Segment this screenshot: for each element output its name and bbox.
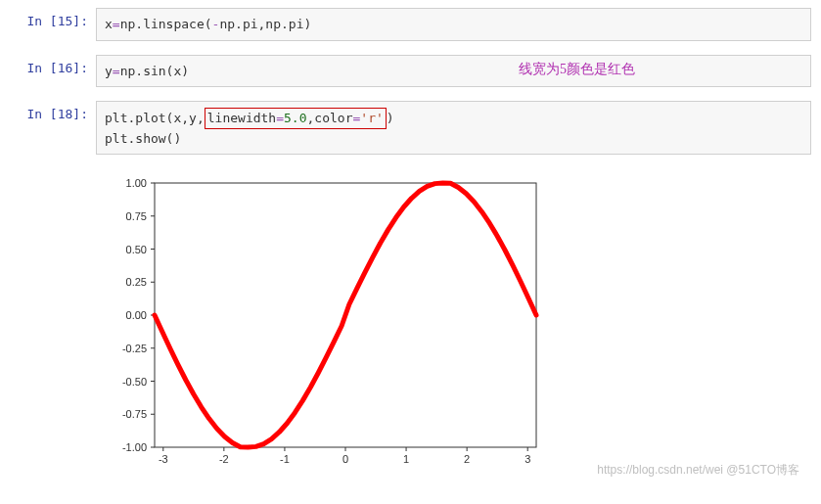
plot-output: -1.00-0.75-0.50-0.250.000.250.500.751.00… <box>96 168 811 484</box>
watermark-text: https://blog.csdn.net/wei @51CTO博客 <box>597 462 799 479</box>
annotation-label: 线宽为5颜色是红色 <box>519 61 635 78</box>
svg-text:-0.50: -0.50 <box>122 376 147 388</box>
code-input[interactable]: x=np.linspace(-np.pi,np.pi) <box>96 8 811 41</box>
svg-text:-2: -2 <box>219 453 229 465</box>
line-chart: -1.00-0.75-0.50-0.250.000.250.500.751.00… <box>96 168 556 481</box>
code-input[interactable]: y=np.sin(x) <box>96 55 811 88</box>
svg-text:2: 2 <box>464 453 470 465</box>
input-prompt: In [16]: <box>10 55 96 75</box>
prompt-label: In <box>26 107 42 121</box>
svg-text:0.00: 0.00 <box>126 309 147 321</box>
svg-text:-0.25: -0.25 <box>122 343 147 354</box>
prompt-number: [15]: <box>50 14 88 28</box>
code-input[interactable]: plt.plot(x,y,linewidth=5.0,color='r') pl… <box>96 101 811 155</box>
svg-text:1: 1 <box>403 453 409 465</box>
svg-text:-1: -1 <box>280 453 290 465</box>
input-prompt: In [18]: <box>10 101 96 121</box>
svg-text:0.50: 0.50 <box>126 244 147 255</box>
svg-text:-1.00: -1.00 <box>122 441 147 453</box>
prompt-number: [18]: <box>50 107 88 121</box>
svg-text:0.75: 0.75 <box>126 210 147 222</box>
code-cell: In [15]: x=np.linspace(-np.pi,np.pi) <box>10 8 811 41</box>
svg-text:-3: -3 <box>159 453 168 465</box>
svg-text:3: 3 <box>525 453 530 465</box>
prompt-label: In <box>26 14 42 28</box>
svg-text:0: 0 <box>342 453 348 465</box>
input-prompt: In [15]: <box>10 8 96 28</box>
svg-text:1.00: 1.00 <box>126 177 147 189</box>
code-cell: In [16]: y=np.sin(x) <box>10 55 811 88</box>
prompt-label: In <box>26 61 42 75</box>
svg-text:-0.75: -0.75 <box>122 408 147 420</box>
code-cell: In [18]: plt.plot(x,y,linewidth=5.0,colo… <box>10 101 811 155</box>
prompt-number: [16]: <box>50 61 88 75</box>
svg-text:0.25: 0.25 <box>126 276 147 288</box>
